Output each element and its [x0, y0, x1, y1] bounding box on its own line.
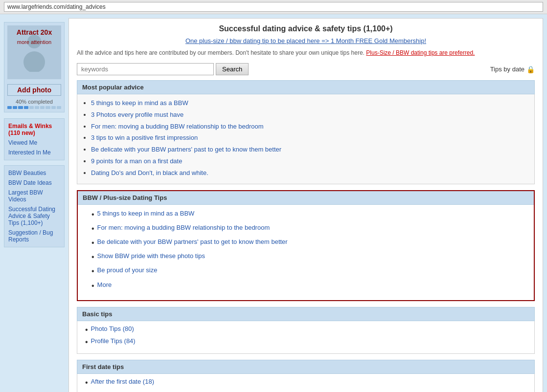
- description-text: All the advice and tips here are contrib…: [77, 48, 535, 57]
- bbw-link-1[interactable]: 5 things to keep in mind as a BBW: [97, 210, 195, 217]
- basic-tips-header: Basic tips: [77, 307, 535, 321]
- bbw-link-3[interactable]: Be delicate with your BBW partners' past…: [97, 238, 288, 245]
- popular-link-4[interactable]: 3 tips to win a positive first impressio…: [91, 134, 198, 141]
- first-date-list: After the first date (18): [77, 374, 535, 392]
- sidebar-item-dating-advice[interactable]: Successful Dating Advice & Safety Tips (…: [8, 206, 60, 226]
- description-link[interactable]: Plus-Size / BBW dating tips are preferre…: [366, 49, 475, 56]
- search-button[interactable]: Search: [216, 63, 249, 75]
- search-input[interactable]: [77, 63, 214, 75]
- bbw-link-4[interactable]: Show BBW pride with these photo tips: [97, 252, 205, 260]
- svg-point-1: [23, 51, 45, 72]
- add-photo-button[interactable]: Add photo: [7, 84, 61, 96]
- nav-section-2: BBW Beauties BBW Date Ideas Largest BBW …: [4, 165, 65, 247]
- sidebar-item-bbw-date-ideas[interactable]: BBW Date Ideas: [8, 179, 60, 186]
- main-content: Successful dating advice & safety tips (…: [68, 18, 543, 392]
- list-item: 3 Photos every profile must have: [91, 110, 528, 120]
- after-first-date-count: (18): [143, 378, 154, 385]
- sidebar-item-interested-in-me[interactable]: Interested In Me: [8, 149, 60, 156]
- promo-link[interactable]: One plus-size / bbw dating tip to be pla…: [77, 37, 535, 44]
- photo-tips-count: (80): [123, 325, 134, 332]
- bbw-section: BBW / Plus-size Dating Tips 5 things to …: [77, 190, 535, 301]
- bbw-section-header: BBW / Plus-size Dating Tips: [78, 191, 534, 205]
- dot-6: [35, 106, 39, 109]
- sidebar-item-bbw-videos[interactable]: Largest BBW Videos: [8, 189, 60, 203]
- profile-tips-link[interactable]: Profile Tips (84): [91, 337, 136, 345]
- most-popular-header: Most popular advice: [77, 80, 535, 94]
- progress-text: 40% completed: [7, 99, 61, 105]
- list-item: Dating Do's and Don't, in black and whit…: [91, 168, 528, 178]
- browser-bar: www.largefriends.com/dating_advices: [0, 0, 547, 14]
- popular-link-7[interactable]: Dating Do's and Don't, in black and whit…: [91, 169, 208, 176]
- search-bar: Search Tips by date 🔒: [77, 63, 535, 75]
- sidebar: Attract 20x more attention Add photo 40%…: [0, 14, 68, 392]
- bbw-link-2[interactable]: For men: moving a budding BBW relationsh…: [97, 224, 270, 231]
- tips-by-date-label: Tips by date: [490, 65, 524, 73]
- popular-link-2[interactable]: 3 Photos every profile must have: [91, 111, 183, 118]
- most-popular-list: 5 things to keep in mind as a BBW 3 Phot…: [77, 94, 535, 184]
- bbw-link-6[interactable]: More: [97, 281, 112, 288]
- list-item: For men: moving a budding BBW relationsh…: [91, 122, 528, 132]
- dot-7: [40, 106, 45, 109]
- popular-link-1[interactable]: 5 things to keep in mind as a BBW: [91, 99, 188, 107]
- promo-anchor[interactable]: One plus-size / bbw dating tip to be pla…: [185, 37, 426, 44]
- list-item: Be delicate with your BBW partners' past…: [91, 238, 526, 247]
- sidebar-item-emails[interactable]: Emails & Winks (110 new): [8, 123, 60, 136]
- bbw-list: 5 things to keep in mind as a BBW For me…: [78, 205, 534, 300]
- after-first-date-link[interactable]: After the first date (18): [91, 378, 154, 385]
- dot-10: [57, 106, 61, 109]
- list-item: Photo Tips (80): [85, 325, 528, 334]
- list-item: 9 points for a man on a first date: [91, 156, 528, 167]
- profile-silhouette-icon: [20, 33, 49, 72]
- dot-9: [51, 106, 56, 109]
- list-item: More: [91, 281, 526, 290]
- after-first-date-label: After the first date: [91, 378, 141, 385]
- profile-tips-label: Profile Tips: [91, 337, 122, 345]
- list-item: 5 things to keep in mind as a BBW: [91, 98, 528, 109]
- popular-link-6[interactable]: 9 points for a man on a first date: [91, 157, 182, 165]
- profile-box: Attract 20x more attention Add photo 40%…: [4, 22, 65, 112]
- dot-8: [46, 106, 50, 109]
- sidebar-item-viewed-me[interactable]: Viewed Me: [8, 139, 60, 146]
- description-body: All the advice and tips here are contrib…: [77, 49, 365, 56]
- nav-section-1: Emails & Winks (110 new) Viewed Me Inter…: [4, 118, 65, 160]
- attract-line1: Attract 20x: [7, 28, 61, 36]
- list-item: After the first date (18): [85, 378, 528, 387]
- popular-link-3[interactable]: For men: moving a budding BBW relationsh…: [91, 123, 264, 130]
- list-item: Profile Tips (84): [85, 337, 528, 347]
- browser-url: www.largefriends.com/dating_advices: [4, 2, 543, 12]
- tips-by-date[interactable]: Tips by date 🔒: [490, 65, 535, 73]
- dot-4: [24, 106, 28, 109]
- list-item: Be delicate with your BBW partners' past…: [91, 145, 528, 155]
- profile-tips-count: (84): [124, 337, 136, 345]
- page-title: Successful dating advice & safety tips (…: [77, 24, 535, 33]
- list-item: Show BBW pride with these photo tips: [91, 252, 526, 261]
- dot-5: [29, 106, 34, 109]
- sidebar-item-suggestion[interactable]: Suggestion / Bug Reports: [8, 229, 60, 243]
- bbw-link-5[interactable]: Be proud of your size: [97, 266, 158, 274]
- dot-1: [7, 106, 12, 109]
- attract-line2: more attention: [7, 39, 61, 45]
- list-item: 5 things to keep in mind as a BBW: [91, 210, 526, 219]
- list-item: 3 tips to win a positive first impressio…: [91, 133, 528, 143]
- list-item: Be proud of your size: [91, 266, 526, 276]
- list-item: For men: moving a budding BBW relationsh…: [91, 224, 526, 233]
- photo-tips-label: Photo Tips: [91, 325, 121, 332]
- popular-link-5[interactable]: Be delicate with your BBW partners' past…: [91, 146, 281, 153]
- first-date-header: First date tips: [77, 360, 535, 374]
- profile-image-area: Attract 20x more attention: [7, 25, 61, 79]
- lock-icon: 🔒: [526, 65, 535, 73]
- dot-3: [18, 106, 23, 109]
- basic-tips-list: Photo Tips (80) Profile Tips (84): [77, 321, 535, 354]
- photo-tips-link[interactable]: Photo Tips (80): [91, 325, 134, 332]
- dot-2: [13, 106, 17, 109]
- progress-dots: [7, 106, 61, 109]
- sidebar-item-bbw-beauties[interactable]: BBW Beauties: [8, 170, 60, 176]
